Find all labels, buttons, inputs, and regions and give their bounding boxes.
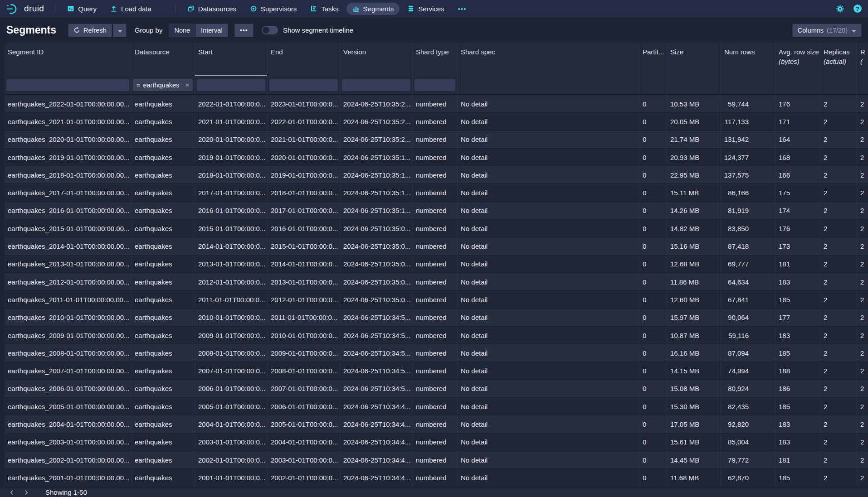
cell-id[interactable]: earthquakes_2021-01-01T00:00:00.00... [5,113,132,130]
cell-shard_type[interactable]: numbered [413,327,458,344]
cell-shard_spec[interactable]: No detail [458,380,639,397]
cell-partition[interactable]: 0 [639,256,667,273]
cell-datasource[interactable]: earthquakes [132,237,195,255]
cell-size[interactable]: 16.16 MB [667,344,721,362]
filter-input-end[interactable] [269,79,338,91]
cell-replication[interactable]: 2 [857,327,868,344]
cell-size[interactable]: 14.26 MB [667,202,721,219]
cell-end[interactable]: 2002-01-01T00:00:0... [268,469,340,486]
cell-version[interactable]: 2024-06-25T10:35:1... [340,149,413,166]
cell-replicas[interactable]: 2 [820,220,857,237]
cell-end[interactable]: 2016-01-01T00:00:0... [268,220,340,237]
cell-replication[interactable]: 2 [857,166,868,183]
filter-input-id[interactable] [6,79,129,91]
cell-num_rows[interactable]: 62,870 [721,469,775,486]
cell-shard_spec[interactable]: No detail [458,451,639,468]
cell-end[interactable]: 2006-01-01T00:00:0... [268,398,340,415]
table-row[interactable]: earthquakes_2007-01-01T00:00:00.00...ear… [5,362,868,380]
cell-datasource[interactable]: earthquakes [132,344,195,362]
cell-replication[interactable]: 2 [857,95,868,112]
cell-id[interactable]: earthquakes_2007-01-01T00:00:00.00... [5,362,132,379]
cell-avg_row_size[interactable]: 174 [775,202,820,219]
header-cell-version[interactable]: Version [340,43,413,76]
cell-partition[interactable]: 0 [639,451,667,468]
toolbar-more-button[interactable]: ••• [234,24,254,37]
cell-id[interactable]: earthquakes_2003-01-01T00:00:00.00... [5,434,132,451]
cell-datasource[interactable]: earthquakes [132,291,195,308]
refresh-dropdown-button[interactable] [113,24,127,37]
cell-replication[interactable]: 2 [857,469,868,486]
cell-partition[interactable]: 0 [639,220,667,237]
cell-size[interactable]: 15.97 MB [667,309,721,326]
cell-end[interactable]: 2023-01-01T00:00:0... [268,95,340,112]
cell-id[interactable]: earthquakes_2015-01-01T00:00:00.00... [5,220,132,237]
cell-start[interactable]: 2015-01-01T00:00:0... [195,220,268,237]
datasource-filter-tag[interactable]: =earthquakes✕ [133,79,193,91]
cell-start[interactable]: 2008-01-01T00:00:0... [195,344,268,362]
cell-replication[interactable]: 2 [857,273,868,290]
cell-partition[interactable]: 0 [639,273,667,290]
cell-num_rows[interactable]: 74,994 [721,362,775,379]
cell-id[interactable]: earthquakes_2005-01-01T00:00:00.00... [5,398,132,415]
cell-size[interactable]: 15.30 MB [667,398,721,415]
cell-shard_spec[interactable]: No detail [458,291,639,308]
cell-start[interactable]: 2006-01-01T00:00:0... [195,380,268,397]
cell-shard_type[interactable]: numbered [413,220,458,237]
filter-input-start[interactable] [197,79,265,91]
cell-shard_type[interactable]: numbered [413,451,458,468]
header-cell-num_rows[interactable]: Num rows [721,43,775,76]
cell-id[interactable]: earthquakes_2016-01-01T00:00:00.00... [5,202,132,219]
cell-size[interactable]: 14.45 MB [667,451,721,468]
cell-shard_spec[interactable]: No detail [458,131,639,148]
cell-partition[interactable]: 0 [639,434,667,451]
cell-version[interactable]: 2024-06-25T10:35:2... [340,131,413,148]
cell-num_rows[interactable]: 90,064 [721,309,775,326]
columns-button[interactable]: Columns (17/20) [792,24,862,37]
cell-end[interactable]: 2015-01-01T00:00:0... [268,237,340,255]
cell-avg_row_size[interactable]: 188 [775,362,820,379]
table-row[interactable]: earthquakes_2015-01-01T00:00:00.00...ear… [5,220,868,237]
cell-shard_type[interactable]: numbered [413,291,458,308]
cell-end[interactable]: 2005-01-01T00:00:0... [268,415,340,433]
cell-id[interactable]: earthquakes_2017-01-01T00:00:00.00... [5,184,132,201]
cell-avg_row_size[interactable]: 171 [775,113,820,130]
cell-shard_type[interactable]: numbered [413,309,458,326]
table-row[interactable]: earthquakes_2022-01-01T00:00:00.00...ear… [5,95,868,113]
cell-version[interactable]: 2024-06-25T10:34:5... [340,344,413,362]
cell-end[interactable]: 2007-01-01T00:00:0... [268,380,340,397]
cell-shard_spec[interactable]: No detail [458,202,639,219]
cell-replication[interactable]: 2 [857,309,868,326]
cell-shard_type[interactable]: numbered [413,362,458,379]
cell-replicas[interactable]: 2 [820,451,857,468]
cell-version[interactable]: 2024-06-25T10:34:4... [340,434,413,451]
cell-size[interactable]: 11.68 MB [667,469,721,486]
cell-num_rows[interactable]: 137,575 [721,166,775,183]
cell-num_rows[interactable]: 59,744 [721,95,775,112]
cell-replication[interactable]: 2 [857,131,868,148]
cell-avg_row_size[interactable]: 166 [775,166,820,183]
cell-avg_row_size[interactable]: 183 [775,415,820,433]
cell-avg_row_size[interactable]: 183 [775,327,820,344]
cell-partition[interactable]: 0 [639,113,667,130]
cell-end[interactable]: 2009-01-01T00:00:0... [268,344,340,362]
cell-num_rows[interactable]: 69,777 [721,256,775,273]
cell-size[interactable]: 14.15 MB [667,362,721,379]
cell-datasource[interactable]: earthquakes [132,131,195,148]
cell-partition[interactable]: 0 [639,149,667,166]
cell-replication[interactable]: 2 [857,434,868,451]
cell-start[interactable]: 2003-01-01T00:00:0... [195,434,268,451]
cell-end[interactable]: 2021-01-01T00:00:0... [268,131,340,148]
table-row[interactable]: earthquakes_2017-01-01T00:00:00.00...ear… [5,184,868,202]
settings-gear-icon[interactable] [836,5,844,13]
header-cell-end[interactable]: End [268,43,340,76]
table-row[interactable]: earthquakes_2011-01-01T00:00:00.00...ear… [5,291,868,309]
cell-start[interactable]: 2013-01-01T00:00:0... [195,256,268,273]
cell-version[interactable]: 2024-06-25T10:35:1... [340,184,413,201]
table-row[interactable]: earthquakes_2018-01-01T00:00:00.00...ear… [5,166,868,184]
cell-start[interactable]: 2017-01-01T00:00:0... [195,184,268,201]
cell-id[interactable]: earthquakes_2018-01-01T00:00:00.00... [5,166,132,183]
cell-replication[interactable]: 2 [857,256,868,273]
cell-num_rows[interactable]: 59,116 [721,327,775,344]
cell-replicas[interactable]: 2 [820,113,857,130]
cell-start[interactable]: 2018-01-01T00:00:0... [195,166,268,183]
